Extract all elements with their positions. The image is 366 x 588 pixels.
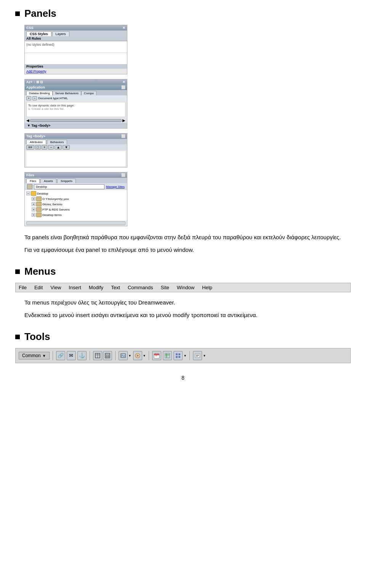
menu-file[interactable]: File <box>19 285 27 290</box>
tree-expand-computer[interactable]: + <box>32 197 35 201</box>
files-scrollbar[interactable] <box>26 221 125 225</box>
app-scroll-thumb[interactable] <box>30 119 122 122</box>
files-panel-title: Files <box>26 173 34 177</box>
folder-icon-computer <box>36 197 42 201</box>
tools-media-dropdown-arrow-icon[interactable]: ▼ <box>143 354 146 358</box>
tools-widget-dropdown-arrow-icon[interactable]: ▼ <box>183 354 186 358</box>
css-panel-empty <box>25 53 127 64</box>
tools-icon-widget[interactable] <box>173 351 183 360</box>
app-tab-compo[interactable]: Compo <box>81 91 96 95</box>
files-desktop-select[interactable]: Desktop <box>34 184 104 189</box>
tools-icon-template[interactable] <box>163 351 172 360</box>
svg-rect-3 <box>105 353 110 358</box>
tree-expand-ftp[interactable]: + <box>32 208 35 211</box>
css-add-prop[interactable]: Add Property <box>25 69 127 74</box>
tools-icon-email[interactable]: ✉ <box>67 351 76 360</box>
tools-icon-hyperlink[interactable]: 🔗 <box>56 351 65 360</box>
app-doc-row: + − Document type:HTML <box>25 95 127 101</box>
menus-body-text-2: Ενδεικτικά το μενού insert εισάγει αντικ… <box>24 311 351 320</box>
menu-modify[interactable]: Modify <box>89 285 103 290</box>
tag-btn-add[interactable]: + <box>42 145 47 150</box>
app-tab-server[interactable]: Server Behaviors <box>53 91 81 95</box>
app-tag-label: ▼ Tag <body> <box>25 123 127 128</box>
menus-heading: Menus <box>15 266 351 277</box>
tree-expand-network[interactable]: + <box>32 202 35 206</box>
tools-snippet-dropdown-arrow-icon[interactable]: ▼ <box>203 354 206 358</box>
tools-image-dropdown-arrow-icon[interactable]: ▼ <box>128 354 132 358</box>
tools-icon-image[interactable] <box>119 351 128 360</box>
tag-btn-down[interactable]: ▼ <box>63 145 70 150</box>
tools-icon-media[interactable] <box>133 351 142 360</box>
app-panel-titlebar: Az+ ↕ ⊞ ⊟ ✕ <box>25 79 127 85</box>
files-toolbar: Desktop Manage Sites <box>25 183 127 190</box>
tag-btn-minus[interactable]: − <box>48 145 54 150</box>
tools-icon-calendar[interactable]: 19 <box>152 351 161 360</box>
tools-icon-anchor[interactable]: ⚓ <box>77 351 87 360</box>
page-number: 8 <box>15 375 351 381</box>
app-scroll-left[interactable]: ◀ <box>26 118 29 122</box>
tree-row-desktop-items: + Desktop items <box>26 212 125 217</box>
app-panel-icons: Az+ ↕ ⊞ ⊟ <box>26 80 43 84</box>
tools-sep-4 <box>149 351 149 360</box>
tag-tab-behaviors[interactable]: Behaviors <box>47 140 67 144</box>
files-tabs-row: Files Assets Snippets <box>25 178 127 183</box>
tree-row-ftp: + FTP & RDS Servers <box>26 207 125 212</box>
files-tab-assets[interactable]: Assets <box>40 179 56 183</box>
tag-btn-box[interactable]: □ <box>35 145 41 150</box>
menu-commands[interactable]: Commands <box>128 285 153 290</box>
css-panel-titlebar: CSS ✕ <box>25 25 127 31</box>
menu-bar: File Edit View Insert Modify Text Comman… <box>15 283 351 292</box>
app-body-text2: 1. Create a site for this file. <box>28 107 124 111</box>
tools-common-dropdown[interactable]: Common ▼ <box>19 352 50 359</box>
folder-icon-desktop <box>31 191 36 196</box>
app-minus-btn[interactable]: − <box>32 96 37 100</box>
tools-sep-3 <box>115 351 116 360</box>
menu-edit[interactable]: Edit <box>34 285 43 290</box>
svg-rect-21 <box>178 353 180 355</box>
bullet-icon <box>15 11 20 16</box>
files-tab-snippets[interactable]: Snippets <box>57 179 76 183</box>
menu-insert[interactable]: Insert <box>69 285 81 290</box>
app-scroll-row: ◀ ▶ <box>25 118 127 123</box>
app-panel-controls: ✕ <box>122 80 125 84</box>
app-scroll-right[interactable]: ▶ <box>122 118 125 122</box>
files-tree: − Desktop + Ο Υπολογιστής μου + Θέσεις δ… <box>25 190 127 221</box>
menu-view[interactable]: View <box>50 285 61 290</box>
tag-tab-attributes[interactable]: Attributes <box>26 140 46 144</box>
tree-expand-desktop-items[interactable]: + <box>32 213 35 217</box>
tools-title: Tools <box>24 331 50 343</box>
tools-icon-table2[interactable] <box>103 351 112 360</box>
css-all-rules-label: All Rules <box>25 36 127 41</box>
css-panel-mock: CSS ✕ CSS Styles Layers All Rules (no st… <box>24 25 127 74</box>
tools-icon-table1[interactable] <box>93 351 102 360</box>
css-tab-layers[interactable]: Layers <box>52 31 69 36</box>
tools-group-2: ✉ <box>67 351 76 360</box>
menus-title: Menus <box>24 266 56 277</box>
folder-icon-network <box>36 202 42 206</box>
tag-btn-up[interactable]: ▲ <box>55 145 62 150</box>
menus-section: Menus File Edit View Insert Modify Text … <box>15 266 351 319</box>
tools-section: Tools Common ▼ 🔗 ✉ ⚓ <box>15 331 351 363</box>
tree-expand-desktop[interactable]: − <box>26 192 30 195</box>
tree-label-network: Θέσεις δικτύου <box>42 203 63 206</box>
svg-rect-17 <box>165 353 170 358</box>
files-tab-files[interactable]: Files <box>26 179 40 183</box>
css-panel-title: CSS <box>26 26 34 30</box>
tools-group-1: 🔗 <box>56 351 65 360</box>
app-panel-resize: ⬜ <box>121 85 125 89</box>
menu-window[interactable]: Window <box>177 285 194 290</box>
tag-btn-grid[interactable]: ≡≡ <box>26 145 34 150</box>
tree-row-desktop: − Desktop <box>26 191 125 196</box>
css-panel-controls: ✕ <box>122 26 125 30</box>
app-tab-db[interactable]: Databa Binding <box>26 91 53 95</box>
menu-help[interactable]: Help <box>202 285 212 290</box>
tools-group-media: ▼ <box>133 351 146 360</box>
menu-site[interactable]: Site <box>161 285 169 290</box>
app-plus-btn[interactable]: + <box>26 96 31 100</box>
tools-icon-snippet[interactable] <box>193 351 202 360</box>
menu-text[interactable]: Text <box>111 285 120 290</box>
css-prop-label: Properties <box>25 64 127 69</box>
files-manage-sites[interactable]: Manage Sites <box>106 185 125 188</box>
app-panel-title-row: Application ⬜ <box>25 85 127 90</box>
css-tab-styles[interactable]: CSS Styles <box>26 31 51 36</box>
